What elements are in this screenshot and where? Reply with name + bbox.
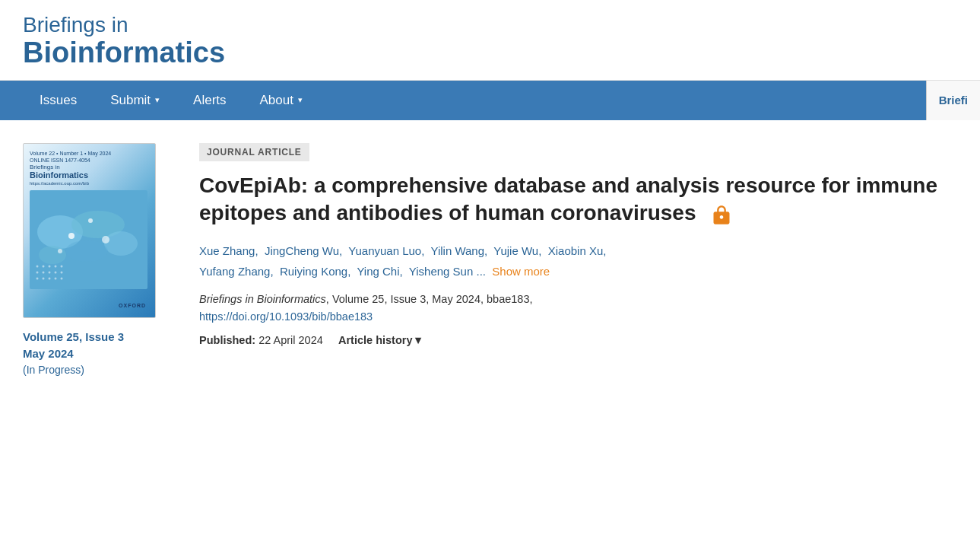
svg-point-21 — [68, 233, 75, 239]
author-yilin-wang[interactable]: Yilin Wang — [430, 244, 484, 257]
author-xue-zhang[interactable]: Xue Zhang — [199, 244, 255, 257]
journal-volume-issue: Volume 25, Issue 3, May 2024, bbae183, — [332, 293, 533, 305]
svg-point-24 — [58, 249, 62, 253]
svg-point-4 — [39, 246, 66, 264]
logo-line2: Bioinformatics — [23, 37, 957, 69]
author-yisheng-sun[interactable]: Yisheng Sun — [409, 265, 474, 278]
svg-point-20 — [61, 277, 63, 279]
journal-cover: Volume 22 • Number 1 • May 2024 ONLINE I… — [23, 143, 156, 318]
doi-link[interactable]: https://doi.org/10.1093/bib/bbae183 — [199, 310, 373, 323]
article-title: CovEpiAb: a comprehensive database and a… — [199, 172, 957, 228]
svg-point-15 — [43, 277, 45, 279]
nav-submit[interactable]: Submit ▾ — [94, 82, 176, 119]
nav-about[interactable]: About ▾ — [243, 82, 319, 119]
logo-line1: Briefings in — [23, 14, 957, 37]
svg-point-17 — [55, 277, 57, 279]
cover-title-bold: Bioinformatics — [30, 170, 149, 180]
nav-right-badge: Briefi — [926, 81, 980, 120]
svg-point-19 — [61, 271, 63, 273]
journal-reference: Briefings in Bioinformatics, Volume 25, … — [199, 291, 957, 326]
author-yujie-wu[interactable]: Yujie Wu — [493, 244, 538, 257]
svg-point-3 — [104, 231, 138, 256]
author-xiaobin-xu[interactable]: Xiaobin Xu — [548, 244, 604, 257]
author-jingcheng-wu[interactable]: JingCheng Wu — [265, 244, 339, 257]
svg-point-12 — [49, 271, 51, 273]
publication-line: Published: 22 April 2024 Article history… — [199, 332, 957, 349]
about-chevron-icon: ▾ — [298, 95, 303, 105]
author-yufang-zhang[interactable]: Yufang Zhang — [199, 265, 270, 278]
published-label: Published: — [199, 334, 255, 346]
svg-point-11 — [43, 271, 45, 273]
volume-info: Volume 25, Issue 3 May 2024 (In Progress… — [23, 329, 175, 377]
svg-point-6 — [36, 265, 39, 267]
nav-issues[interactable]: Issues — [23, 82, 94, 119]
svg-point-14 — [36, 277, 39, 279]
submit-chevron-icon: ▾ — [155, 95, 160, 105]
svg-point-22 — [88, 218, 93, 223]
published-date: 22 April 2024 — [258, 334, 323, 346]
journal-name: Briefings in Bioinformatics — [199, 293, 326, 305]
svg-point-7 — [43, 265, 45, 267]
svg-point-5 — [65, 240, 108, 262]
cover-oxford-label: OXFORD — [119, 303, 146, 308]
authors-list: Xue Zhang, JingCheng Wu, Yuanyuan Luo, Y… — [199, 240, 957, 282]
svg-point-18 — [61, 265, 63, 267]
svg-point-10 — [36, 271, 39, 273]
open-access-icon — [706, 202, 732, 225]
svg-point-9 — [55, 265, 57, 267]
in-progress-link[interactable]: (In Progress) — [23, 364, 84, 376]
svg-point-8 — [49, 265, 51, 267]
cover-url: https://academic.oup.com/bib — [30, 181, 149, 186]
article-history-button[interactable]: Article history ▾ — [338, 334, 422, 346]
article-type-badge: JOURNAL ARTICLE — [199, 143, 309, 161]
main-content: Volume 22 • Number 1 • May 2024 ONLINE I… — [0, 120, 980, 399]
nav-alerts[interactable]: Alerts — [176, 82, 243, 119]
cover-map: OXFORD — [30, 190, 149, 311]
svg-point-13 — [55, 271, 57, 273]
cover-title-top: Briefings in — [30, 164, 149, 170]
cover-map-svg — [30, 190, 147, 289]
logo-bar: Briefings in Bioinformatics — [0, 0, 980, 81]
author-yuanyuan-luo[interactable]: Yuanyuan Luo — [348, 244, 421, 257]
author-ying-chi[interactable]: Ying Chi — [357, 265, 399, 278]
svg-point-16 — [49, 277, 51, 279]
show-more-button[interactable]: Show more — [492, 265, 550, 278]
nav-bar: Issues Submit ▾ Alerts About ▾ Briefi — [0, 81, 980, 120]
cover-issn: ONLINE ISSN 1477-4054 — [30, 157, 149, 164]
volume-link[interactable]: Volume 25, Issue 3 May 2024 — [23, 329, 175, 363]
author-ruiying-kong[interactable]: Ruiying Kong — [280, 265, 347, 278]
cover-header: Volume 22 • Number 1 • May 2024 — [30, 150, 149, 157]
right-column: JOURNAL ARTICLE CovEpiAb: a comprehensiv… — [199, 143, 957, 377]
left-column: Volume 22 • Number 1 • May 2024 ONLINE I… — [23, 143, 175, 377]
svg-point-23 — [102, 236, 109, 243]
